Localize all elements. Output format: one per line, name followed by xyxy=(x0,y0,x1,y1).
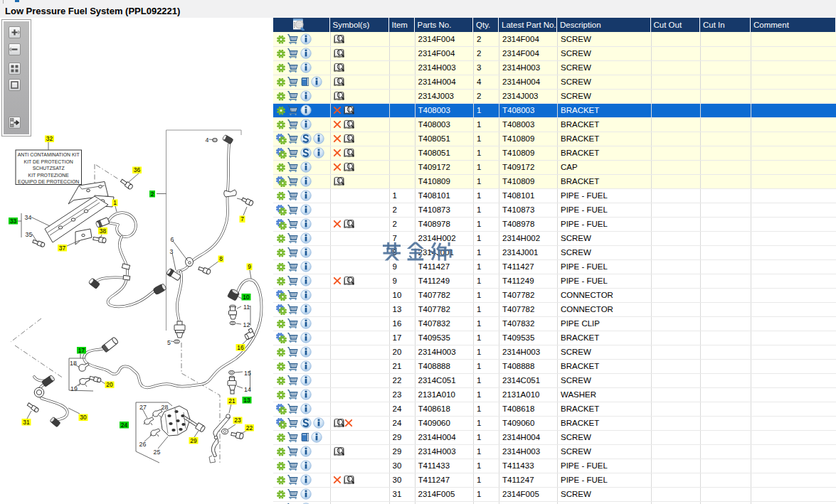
svg-text:12: 12 xyxy=(243,321,250,328)
svg-text:33: 33 xyxy=(10,218,17,225)
svg-text:31: 31 xyxy=(23,419,30,426)
svg-text:11: 11 xyxy=(243,304,250,311)
svg-text:5: 5 xyxy=(167,339,171,346)
svg-text:14: 14 xyxy=(244,386,251,393)
svg-text:8: 8 xyxy=(219,255,223,262)
svg-text:18: 18 xyxy=(70,360,77,367)
svg-text:35: 35 xyxy=(26,231,33,238)
svg-text:15: 15 xyxy=(244,370,251,377)
svg-text:13: 13 xyxy=(243,397,250,404)
svg-text:28: 28 xyxy=(162,404,169,411)
svg-text:SCHUTZSATZ: SCHUTZSATZ xyxy=(33,166,65,171)
svg-text:37: 37 xyxy=(59,245,66,252)
svg-text:24: 24 xyxy=(121,422,128,429)
svg-text:29: 29 xyxy=(190,437,197,444)
svg-text:6: 6 xyxy=(171,236,174,243)
svg-text:36: 36 xyxy=(134,166,141,173)
svg-text:ANTI CONTAMINATION KIT: ANTI CONTAMINATION KIT xyxy=(18,152,80,157)
svg-text:21: 21 xyxy=(228,397,236,404)
svg-text:1: 1 xyxy=(113,199,117,206)
svg-text:23: 23 xyxy=(234,417,241,424)
svg-text:9: 9 xyxy=(248,263,251,270)
svg-text:22: 22 xyxy=(246,424,253,431)
svg-text:EQUIPO DE PROTECCION: EQUIPO DE PROTECCION xyxy=(18,179,79,185)
svg-text:2: 2 xyxy=(151,191,154,198)
svg-text:25: 25 xyxy=(154,449,161,456)
svg-text:38: 38 xyxy=(100,227,107,235)
svg-text:17: 17 xyxy=(78,347,85,354)
svg-text:3: 3 xyxy=(170,248,174,255)
svg-text:26: 26 xyxy=(139,441,147,448)
svg-text:20: 20 xyxy=(106,381,113,388)
svg-text:10: 10 xyxy=(243,294,250,301)
svg-text:32: 32 xyxy=(46,135,53,142)
svg-text:7: 7 xyxy=(240,215,244,222)
svg-text:27: 27 xyxy=(139,404,147,411)
svg-text:16: 16 xyxy=(237,344,244,351)
svg-text:KIT PROTEZIONE: KIT PROTEZIONE xyxy=(28,173,70,178)
svg-text:30: 30 xyxy=(80,414,87,421)
svg-text:34: 34 xyxy=(25,214,32,221)
svg-text:4: 4 xyxy=(206,136,209,144)
svg-text:KIT DE PROTECTION: KIT DE PROTECTION xyxy=(24,159,73,164)
svg-text:19: 19 xyxy=(70,385,78,392)
